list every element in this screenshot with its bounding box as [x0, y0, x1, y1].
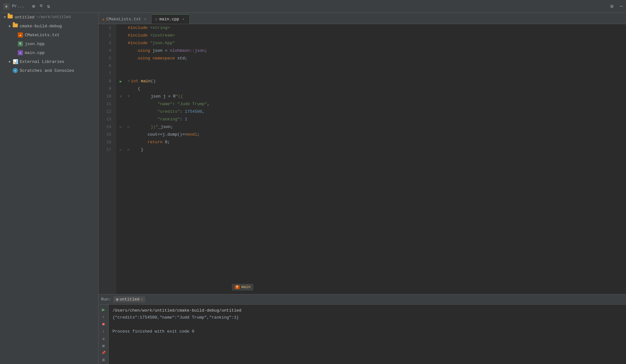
line-num-2: 2: [99, 32, 114, 39]
run-tab-untitled[interactable]: ▣ untitled ×: [113, 296, 145, 302]
run-pin-button[interactable]: 📌: [100, 350, 107, 355]
line-num-3: 3: [99, 39, 114, 47]
sidebar-item-label: Scratches and Consoles: [20, 68, 74, 73]
run-tab-icon: ▣: [116, 297, 118, 302]
sidebar-item-cmakelists[interactable]: ▶ ▲ CMakeLists.txt: [0, 30, 98, 39]
line-num-16: 16: [99, 138, 114, 146]
line-num-11: 11: [99, 100, 114, 108]
title-bar: ▣ Pr... ⊕ ≡ ⇅ ⚙ —: [0, 0, 626, 13]
code-line-17: ▷ }: [125, 146, 626, 154]
gutter-3: [116, 39, 125, 47]
code-gutter: ▶ ▽ ▷ ▷: [116, 24, 125, 294]
cpp-tab-icon: c: [155, 17, 158, 21]
settings-icon[interactable]: ⚙: [610, 3, 614, 10]
fold-icon-10[interactable]: ▽: [120, 95, 122, 98]
gutter-15: [116, 131, 125, 138]
minimize-icon[interactable]: —: [620, 3, 623, 9]
line-num-13: 13: [99, 116, 114, 123]
gutter-4: [116, 47, 125, 55]
line-numbers: 1 2 3 4 5 6 7 8 9 10 11 12 13 14 15 16 1: [99, 24, 116, 294]
code-line-15: cout<<j.dump()<<endl;: [125, 131, 626, 138]
tab-label: main.cpp: [159, 17, 179, 22]
sidebar-item-cmake-build-debug[interactable]: ▶ cmake-build-debug: [0, 22, 98, 30]
tab-close-icon[interactable]: ×: [181, 17, 186, 22]
bookmarks-icon[interactable]: ⇅: [47, 3, 50, 10]
line-num-9: 9: [99, 85, 114, 93]
gutter-2: [116, 32, 125, 39]
tab-label: CMakeLists.txt: [106, 17, 141, 22]
run-output-line-4: Process finished with exit code 0: [112, 328, 622, 335]
folder-icon: [13, 24, 18, 29]
sidebar-item-label: main.cpp: [25, 51, 44, 55]
gutter-8: ▶: [116, 78, 125, 85]
code-editor: 1 2 3 4 5 6 7 8 9 10 11 12 13 14 15 16 1: [99, 24, 626, 294]
code-content[interactable]: #include <string> #include <iostream> #i…: [125, 24, 626, 294]
gutter-7: [116, 70, 125, 78]
sidebar-item-label: untitled: [15, 15, 34, 20]
external-libs-icon: 📊: [13, 59, 18, 64]
line-num-8: 8: [99, 78, 114, 85]
run-tabs2-button[interactable]: ⊞: [100, 344, 107, 349]
line-num-14: 14: [99, 123, 114, 131]
code-line-9: {: [125, 85, 626, 93]
gutter-5: [116, 55, 125, 62]
run-stop-button[interactable]: ■: [100, 322, 107, 327]
code-line-2: #include <iostream>: [125, 32, 626, 39]
scratches-icon: ✦: [13, 68, 18, 73]
expand-arrow-icon: ▶: [8, 24, 12, 28]
line-num-12: 12: [99, 108, 114, 116]
fold-icon-14[interactable]: ▷: [120, 125, 122, 129]
code-line-3: #include "json.hpp": [125, 39, 626, 47]
run-output-line-1: /Users/chen/work/untitled/cmake-build-de…: [112, 307, 622, 314]
run-output-line-2: {"credits":1754500,"name":"Judd Trump","…: [112, 314, 622, 321]
run-gutter-icon[interactable]: ▶: [119, 79, 122, 84]
gutter-6: [116, 62, 125, 70]
code-line-4: using json = nlohmann::json;: [125, 47, 626, 55]
title-bar-actions: ⊕ ≡ ⇅: [32, 3, 50, 10]
code-line-11: "name": "Judd Trump",: [125, 100, 626, 108]
sidebar-item-scratches[interactable]: ▶ ✦ Scratches and Consoles: [0, 66, 98, 75]
run-panel: Run: ▣ untitled × ▶ ↑ ■ ↓ ≡: [99, 294, 626, 364]
run-up-button[interactable]: ↑: [100, 315, 107, 320]
tab-main-cpp[interactable]: c main.cpp ×: [152, 14, 190, 24]
editor-area: ▲ CMakeLists.txt × c main.cpp × 1 2 3 4: [99, 13, 626, 364]
fold-icon-17[interactable]: ▷: [120, 148, 122, 152]
cmake-tab-icon: ▲: [102, 17, 105, 21]
gutter-1: [116, 24, 125, 32]
sidebar-item-json-hpp[interactable]: ▶ h json.hpp: [0, 39, 98, 48]
gutter-10: ▽: [116, 93, 125, 100]
run-print-button[interactable]: 🖨: [100, 357, 107, 362]
line-num-4: 4: [99, 47, 114, 55]
run-tab-close-icon[interactable]: ×: [141, 298, 143, 301]
h-file-icon: h: [18, 41, 23, 46]
tab-cmakelists[interactable]: ▲ CMakeLists.txt ×: [99, 14, 152, 24]
sidebar-item-label: CMakeLists.txt: [25, 33, 59, 37]
expand-arrow-icon: ▼: [3, 15, 7, 19]
sidebar-item-sublabel: ~/work/untitled: [36, 15, 71, 19]
navigate-icon[interactable]: ⊕: [32, 3, 35, 10]
sidebar-item-main-cpp[interactable]: ▶ c main.cpp: [0, 48, 98, 57]
gutter-12: [116, 108, 125, 116]
structure-icon[interactable]: ≡: [40, 3, 43, 10]
tab-close-icon[interactable]: ×: [143, 17, 147, 22]
sidebar: ▼ untitled ~/work/untitled ▶ cmake-build…: [0, 13, 99, 364]
run-output: /Users/chen/work/untitled/cmake-build-de…: [109, 305, 626, 364]
main-layout: ▼ untitled ~/work/untitled ▶ cmake-build…: [0, 13, 626, 364]
run-tab-bar: Run: ▣ untitled ×: [99, 294, 626, 305]
run-tabs1-button[interactable]: ≡: [100, 337, 107, 342]
run-down-button[interactable]: ↓: [100, 329, 107, 334]
sidebar-item-untitled[interactable]: ▼ untitled ~/work/untitled: [0, 13, 98, 22]
sidebar-item-external-libraries[interactable]: ▶ 📊 External Libraries: [0, 57, 98, 66]
line-num-7: 7: [99, 70, 114, 78]
folder-icon: [8, 15, 13, 20]
cmake-icon: ▲: [18, 32, 23, 37]
sidebar-item-label: json.hpp: [25, 42, 44, 46]
app-icon: ▣: [3, 3, 10, 10]
gutter-14: ▷: [116, 123, 125, 131]
run-play-button[interactable]: ▶: [100, 307, 107, 313]
code-line-14: ▷ })"_json;: [125, 123, 626, 131]
code-line-8: ▽int main(): [125, 78, 626, 85]
run-label: Run:: [101, 297, 111, 302]
gutter-13: [116, 116, 125, 123]
fn-hint-name: main: [242, 285, 251, 289]
